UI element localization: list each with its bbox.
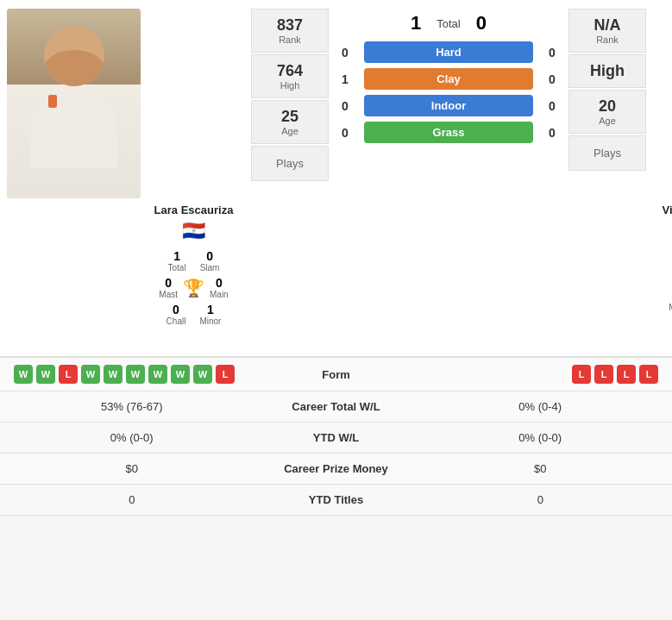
hard-right-score: 0 bbox=[543, 46, 561, 59]
surface-hard-row: 0 Hard 0 bbox=[336, 41, 561, 63]
right-high-value: High bbox=[573, 62, 642, 80]
left-player-photo bbox=[7, 9, 141, 198]
left-form-badges: W W L W W W W W W L bbox=[14, 365, 267, 384]
left-slam: 0 Slam bbox=[200, 249, 220, 272]
ytd-titles-label: YTD Titles bbox=[250, 493, 423, 506]
right-trophy-row: 0 Mast 🏆 0 Main bbox=[669, 289, 672, 312]
form-badge-r-l4: L bbox=[639, 365, 658, 384]
left-plays-label: Plays bbox=[276, 157, 304, 170]
right-rank-box: N/A Rank bbox=[568, 9, 646, 53]
surface-clay-row: 1 Clay 0 bbox=[336, 68, 561, 90]
form-badge-w6: W bbox=[148, 365, 167, 384]
right-center-stats: N/A Rank High 20 Age Plays bbox=[564, 9, 650, 172]
ytd-wl-row: 0% (0-0) YTD W/L 0% (0-0) bbox=[0, 423, 672, 454]
match-total-label: Total bbox=[436, 17, 460, 30]
right-player-card: Victoria Conde-Vendrell 🇫🇷 0 Total 0 Sla… bbox=[654, 9, 672, 339]
form-badge-w3: W bbox=[81, 365, 100, 384]
prize-money-right: $0 bbox=[423, 462, 659, 475]
left-mast: 0 Mast bbox=[159, 276, 178, 299]
left-total: 1 Total bbox=[168, 249, 186, 272]
form-badge-w5: W bbox=[126, 365, 145, 384]
prize-money-left: $0 bbox=[14, 462, 250, 475]
ytd-wl-label: YTD W/L bbox=[250, 431, 423, 444]
indoor-left-score: 0 bbox=[336, 99, 354, 113]
form-badge-w1: W bbox=[14, 365, 33, 384]
career-total-right: 0% (0-4) bbox=[423, 400, 659, 413]
grass-left-score: 0 bbox=[336, 126, 354, 140]
indoor-badge: Indoor bbox=[364, 95, 533, 116]
left-player-flag: 🇵🇾 bbox=[182, 220, 205, 242]
left-high-label: High bbox=[255, 80, 324, 91]
left-main: 0 Main bbox=[210, 276, 229, 299]
grass-right-score: 0 bbox=[543, 126, 561, 140]
career-total-left: 53% (76-67) bbox=[14, 400, 250, 413]
right-mast: 0 Mast bbox=[669, 289, 672, 312]
left-age-box: 25 Age bbox=[251, 100, 329, 144]
prize-money-row: $0 Career Prize Money $0 bbox=[0, 454, 672, 485]
left-center-stats: 837 Rank 764 High 25 Age Plays bbox=[247, 9, 333, 183]
form-badge-r-l1: L bbox=[572, 365, 591, 384]
left-high-box: 764 High bbox=[251, 54, 329, 98]
right-rank-value: N/A bbox=[573, 16, 642, 34]
right-high-box: High bbox=[568, 54, 646, 88]
form-badge-w8: W bbox=[193, 365, 212, 384]
left-total-slam: 1 Total 0 Slam bbox=[168, 249, 220, 272]
left-chall-minor: 0 Chall 1 Minor bbox=[166, 303, 222, 326]
hard-left-score: 0 bbox=[336, 46, 354, 59]
right-age-box: 20 Age bbox=[568, 90, 646, 134]
career-total-row: 53% (76-67) Career Total W/L 0% (0-4) bbox=[0, 391, 672, 423]
right-rank-label: Rank bbox=[573, 34, 642, 45]
prize-money-label: Career Prize Money bbox=[250, 462, 423, 475]
right-age-label: Age bbox=[573, 116, 642, 126]
form-row: W W L W W W W W W L Form L L L L bbox=[0, 358, 672, 391]
form-badge-l2: L bbox=[216, 365, 235, 384]
players-wrapper: Lara Escauriza 🇵🇾 1 Total 0 Slam 0 Mast … bbox=[0, 0, 672, 348]
surface-rows: 0 Hard 0 1 Clay 0 0 Indoor 0 bbox=[336, 41, 561, 143]
right-plays-label: Plays bbox=[593, 147, 621, 160]
career-total-label: Career Total W/L bbox=[250, 400, 423, 413]
form-badge-r-l3: L bbox=[617, 365, 636, 384]
right-player-name: Victoria Conde-Vendrell bbox=[654, 204, 672, 229]
indoor-right-score: 0 bbox=[543, 99, 561, 113]
ytd-wl-left: 0% (0-0) bbox=[14, 431, 250, 444]
surface-grass-row: 0 Grass 0 bbox=[336, 122, 561, 143]
left-player-name: Lara Escauriza bbox=[154, 204, 234, 216]
bottom-section: W W L W W W W W W L Form L L L L 53% (76… bbox=[0, 356, 672, 516]
middle-match-section: 1 Total 0 0 Hard 0 1 Clay 0 bbox=[336, 9, 561, 143]
ytd-titles-left: 0 bbox=[14, 493, 250, 506]
left-age-value: 25 bbox=[255, 108, 324, 126]
hard-badge: Hard bbox=[364, 41, 533, 63]
clay-left-score: 1 bbox=[336, 72, 354, 86]
form-badge-r-l2: L bbox=[594, 365, 613, 384]
main-container: Lara Escauriza 🇵🇾 1 Total 0 Slam 0 Mast … bbox=[0, 0, 672, 516]
right-plays-box: Plays bbox=[568, 135, 646, 171]
left-rank-value: 837 bbox=[255, 16, 324, 34]
form-badge-w7: W bbox=[171, 365, 190, 384]
left-high-value: 764 bbox=[255, 62, 324, 80]
left-trophy-icon: 🏆 bbox=[183, 278, 204, 298]
left-minor: 1 Minor bbox=[199, 303, 221, 326]
clay-badge: Clay bbox=[364, 68, 533, 90]
left-chall: 0 Chall bbox=[166, 303, 186, 326]
ytd-titles-right: 0 bbox=[423, 493, 659, 506]
match-right-score: 0 bbox=[476, 12, 487, 34]
form-badge-l1: L bbox=[59, 365, 78, 384]
left-player-card: Lara Escauriza 🇵🇾 1 Total 0 Slam 0 Mast … bbox=[144, 9, 243, 326]
left-rank-label: Rank bbox=[255, 34, 324, 45]
surface-indoor-row: 0 Indoor 0 bbox=[336, 95, 561, 116]
right-age-value: 20 bbox=[573, 97, 642, 116]
left-rank-box: 837 Rank bbox=[251, 9, 329, 53]
form-badge-w4: W bbox=[104, 365, 122, 384]
left-plays-box: Plays bbox=[251, 146, 329, 181]
right-form-badges: L L L L bbox=[405, 365, 659, 384]
grass-badge: Grass bbox=[364, 122, 533, 143]
match-total-row: 1 Total 0 bbox=[411, 12, 487, 34]
form-label: Form bbox=[267, 368, 405, 381]
left-trophy-row: 0 Mast 🏆 0 Main bbox=[159, 276, 228, 299]
ytd-titles-row: 0 YTD Titles 0 bbox=[0, 485, 672, 516]
match-left-score: 1 bbox=[411, 12, 421, 34]
ytd-wl-right: 0% (0-0) bbox=[423, 431, 659, 444]
left-age-label: Age bbox=[255, 126, 324, 136]
form-badge-w2: W bbox=[36, 365, 55, 384]
clay-right-score: 0 bbox=[543, 72, 561, 86]
